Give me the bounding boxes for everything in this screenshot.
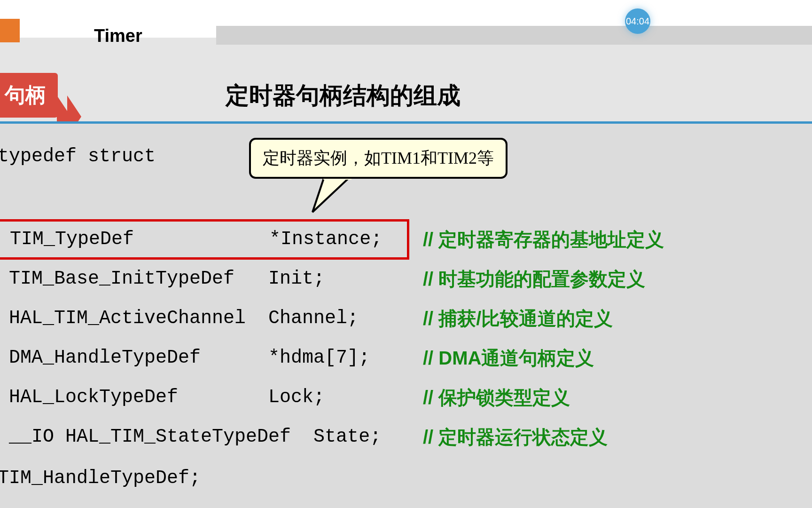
code-member: DMA_HandleTypeDef *hdma[7]; (0, 344, 404, 372)
code-comment: // 保护锁类型定义 (423, 383, 570, 412)
code-comment: // 捕获/比较通道的定义 (423, 304, 613, 333)
code-member-row: HAL_LockTypeDef Lock; // 保护锁类型定义 (0, 385, 800, 410)
code-member-row: DMA_HandleTypeDef *hdma[7]; // DMA通道句柄定义 (0, 346, 800, 370)
section-title: 定时器句柄结构的组成 (226, 80, 461, 111)
timer-label: Timer (94, 26, 142, 46)
code-member: HAL_TIM_ActiveChannel Channel; (0, 304, 404, 333)
orange-accent-block (0, 19, 20, 42)
code-comment: // 定时器寄存器的基地址定义 (423, 225, 664, 254)
section-label: 句柄 (0, 73, 58, 118)
section-header: 句柄 (0, 73, 57, 118)
code-member: HAL_LockTypeDef Lock; (0, 383, 404, 412)
highlighted-member: TIM_TypeDef *Instance; (0, 219, 409, 260)
code-comment: // 时基功能的配置参数定义 (423, 265, 645, 293)
code-member-row: HAL_TIM_ActiveChannel Channel; // 捕获/比较通… (0, 306, 800, 331)
code-member: TIM_TypeDef *Instance; (0, 225, 405, 254)
code-member-row: TIM_Base_InitTypeDef Init; // 时基功能的配置参数定… (0, 267, 800, 291)
code-member: __IO HAL_TIM_StateTypeDef State; (0, 423, 381, 451)
code-comment: // DMA通道句柄定义 (423, 344, 594, 372)
spacer (381, 423, 415, 451)
code-area: typedef struct TIM_TypeDef *Instance; //… (0, 124, 812, 508)
code-comment: // 定时器运行状态定义 (423, 423, 608, 451)
callout-tooltip: 定时器实例，如TIM1和TIM2等 (249, 138, 508, 179)
svg-marker-0 (312, 177, 350, 212)
code-member-row: TIM_TypeDef *Instance; // 定时器寄存器的基地址定义 (0, 227, 800, 252)
callout-text: 定时器实例，如TIM1和TIM2等 (263, 149, 494, 167)
header-gray-bar (216, 26, 812, 45)
struct-close: TIM_HandleTypeDef; (0, 464, 800, 492)
timestamp-badge: 04:04 (625, 8, 650, 34)
struct-members: TIM_TypeDef *Instance; // 定时器寄存器的基地址定义 T… (0, 187, 800, 449)
code-member: TIM_Base_InitTypeDef Init; (0, 265, 404, 293)
code-member-row: __IO HAL_TIM_StateTypeDef State; // 定时器运… (0, 425, 800, 449)
